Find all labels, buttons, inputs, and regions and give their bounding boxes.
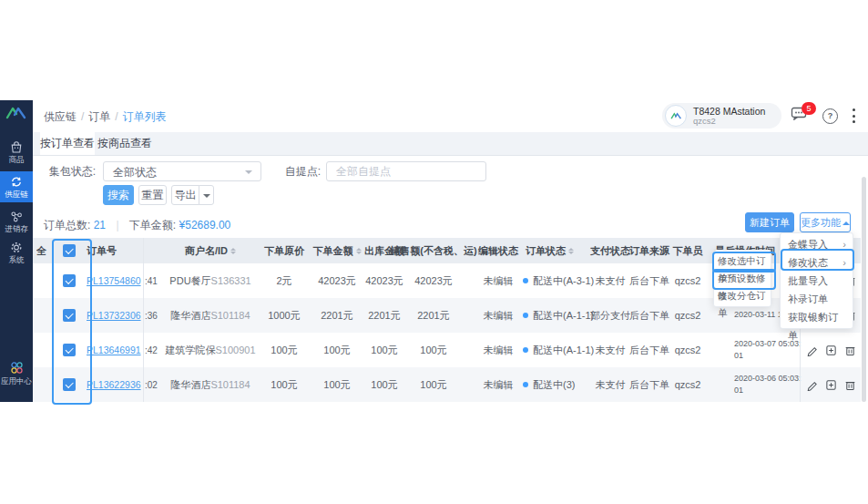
- menu-item-modify-status[interactable]: 修改状态›: [781, 253, 853, 272]
- submenu-arrow-icon: ›: [842, 235, 846, 253]
- row-checkbox[interactable]: [63, 274, 76, 287]
- menu-item-kingdee-import[interactable]: 金蝶导入›: [781, 235, 853, 253]
- operator-cell: qzcs2: [662, 333, 713, 367]
- reset-button[interactable]: 重置: [138, 185, 167, 205]
- copy-plus-icon[interactable]: [825, 345, 837, 356]
- row-actions: [802, 333, 859, 367]
- last-time-cell: 2020-03-06 05:03:01: [734, 367, 802, 402]
- table-row: PL13622936 :02 隆华酒店S101184 100元 100元 100…: [33, 367, 861, 402]
- delete-icon[interactable]: [844, 379, 856, 391]
- total-orders-label: 订单总数:: [44, 219, 90, 231]
- status-dot: [523, 313, 528, 318]
- search-button[interactable]: 搜索: [103, 185, 134, 205]
- inventory-icon: [9, 210, 24, 223]
- table-row: PL13646991 :42 建筑学院保S100901 100元 100元 10…: [33, 333, 861, 367]
- col-sales-amount[interactable]: 销售额(不含税、运): [390, 238, 477, 263]
- row-checkbox[interactable]: [63, 378, 76, 391]
- sort-icon[interactable]: [230, 248, 236, 254]
- avatar-logo-icon: [670, 112, 682, 120]
- more-functions-button[interactable]: 更多功能: [800, 212, 851, 232]
- edit-status-cell: 未编辑: [471, 367, 526, 402]
- more-functions-menu: 金蝶导入› 修改状态› 批量导入 补录订单 获取银豹订单: [780, 232, 853, 329]
- pickup-point-input[interactable]: [326, 161, 486, 181]
- export-button[interactable]: 导出: [171, 185, 199, 205]
- bag-icon: [9, 140, 24, 154]
- order-no-link[interactable]: PL13732306: [87, 310, 141, 321]
- menu-item-supplement-order[interactable]: 补录订单: [781, 290, 853, 308]
- notifications-button[interactable]: 5: [791, 106, 812, 128]
- sort-icon[interactable]: [568, 248, 574, 254]
- more-functions-label: 更多功能: [801, 217, 841, 228]
- sidebar-item-label: 应用中心: [1, 376, 32, 386]
- apps-icon: [9, 360, 25, 375]
- export-dropdown-button[interactable]: [199, 185, 214, 205]
- more-menu-icon[interactable]: [849, 108, 858, 123]
- sidebar-item-app-center[interactable]: 应用中心: [0, 356, 33, 396]
- tab-by-order[interactable]: 按订单查看: [40, 132, 95, 155]
- operator-cell: qzcs2: [662, 263, 713, 298]
- summary-divider: |: [116, 219, 118, 231]
- avatar: [665, 105, 687, 127]
- sales-amount-cell: 42023元: [390, 263, 477, 298]
- sidebar-item-inventory[interactable]: 进销存: [0, 206, 33, 237]
- caret-down-icon: [203, 194, 210, 201]
- chevron-down-icon: [245, 170, 252, 178]
- status-dot: [523, 347, 528, 353]
- new-order-button[interactable]: 新建订单: [745, 212, 794, 232]
- breadcrumb-item-current: 订单列表: [123, 110, 167, 123]
- breadcrumb-separator: /: [115, 110, 117, 123]
- breadcrumb-item[interactable]: 订单: [88, 110, 110, 123]
- col-edit-status[interactable]: 编辑状态: [471, 238, 526, 263]
- order-no-link[interactable]: PL13754860: [87, 275, 141, 286]
- supply-chain-icon: [9, 175, 24, 189]
- edit-status-cell: 未编辑: [471, 333, 526, 367]
- sales-amount-cell: 100元: [390, 367, 477, 402]
- user-account: qzcs2: [693, 117, 765, 127]
- package-status-select[interactable]: 全部状态: [103, 161, 261, 181]
- menu-item-get-yinbao-orders[interactable]: 获取银豹订单: [781, 308, 853, 326]
- merchant-cell: 隆华酒店S101184: [160, 298, 260, 333]
- edit-icon[interactable]: [806, 379, 818, 391]
- row-checkbox[interactable]: [63, 344, 76, 356]
- edit-icon[interactable]: [806, 345, 818, 356]
- copy-plus-icon[interactable]: [825, 379, 837, 391]
- row-checkbox[interactable]: [63, 309, 76, 322]
- sidebar: 商品 供应链 进销存: [0, 100, 33, 402]
- status-dot: [523, 382, 528, 387]
- breadcrumb-item[interactable]: 供应链: [44, 110, 77, 123]
- col-merchant[interactable]: 商户名/ID: [160, 238, 260, 263]
- merchant-cell: 隆华酒店S101184: [160, 367, 260, 402]
- breadcrumb: 供应链/订单/订单列表: [44, 109, 167, 125]
- order-no-link[interactable]: PL13646991: [87, 345, 141, 355]
- submenu-item-modify-by-preset[interactable]: 按预设数修改: [714, 270, 771, 287]
- status-dot: [523, 278, 528, 283]
- help-icon[interactable]: ?: [822, 108, 838, 124]
- merchant-cell: 建筑学院保S100901: [160, 333, 260, 367]
- submenu-item-modify-split-warehouse[interactable]: 修改分仓订单: [714, 287, 771, 304]
- menu-item-batch-import[interactable]: 批量导入: [781, 272, 853, 290]
- app-canvas: 商品 供应链 进销存: [0, 0, 868, 504]
- edit-status-cell: 未编辑: [471, 263, 526, 298]
- col-order-no[interactable]: 订单号: [87, 238, 143, 263]
- sidebar-item-system[interactable]: 系统: [0, 237, 33, 268]
- gear-icon: [9, 241, 24, 254]
- app-logo[interactable]: [0, 106, 33, 124]
- vertical-scrollbar[interactable]: [862, 177, 866, 402]
- sidebar-item-label: 进销存: [5, 224, 28, 233]
- delete-icon[interactable]: [844, 345, 856, 356]
- order-no-link[interactable]: PL13622936: [87, 379, 141, 390]
- sidebar-item-supply-chain[interactable]: 供应链: [0, 171, 33, 202]
- user-name: T8428 MAstation: [693, 106, 765, 117]
- package-status-value: 全部状态: [113, 166, 157, 179]
- user-menu[interactable]: T8428 MAstation qzcs2: [662, 103, 781, 129]
- order-amount-label: 下单金额:: [129, 219, 176, 231]
- edit-status-cell: 未编辑: [471, 298, 526, 333]
- select-all-checkbox[interactable]: [63, 244, 76, 257]
- select-all-label: 全: [36, 238, 51, 263]
- user-info: T8428 MAstation qzcs2: [693, 106, 765, 127]
- tab-by-product[interactable]: 按商品查看: [95, 132, 155, 155]
- notification-badge: 5: [802, 102, 816, 115]
- sidebar-item-products[interactable]: 商品: [0, 137, 33, 168]
- operator-cell: qzcs2: [662, 298, 713, 333]
- submenu-item-modify-selected[interactable]: 修改选中订单: [714, 252, 771, 270]
